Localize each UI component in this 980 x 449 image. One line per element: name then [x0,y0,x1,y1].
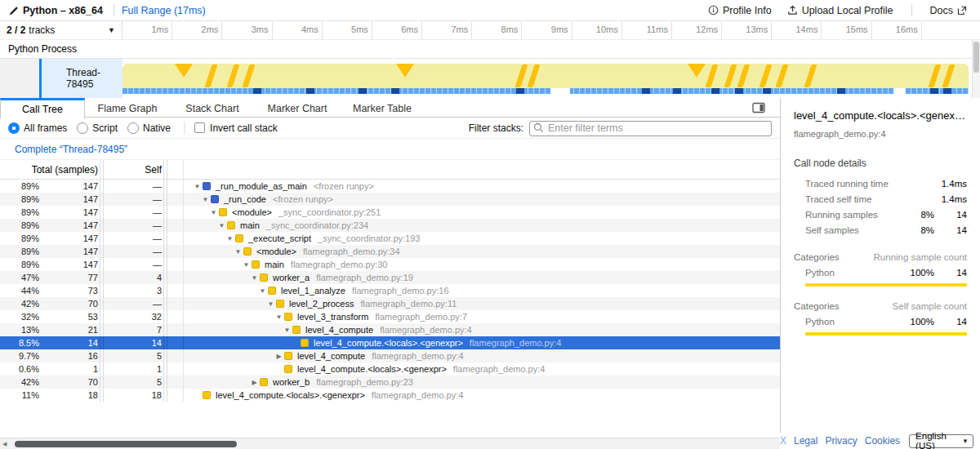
tracks-vertical-scrollbar[interactable] [972,40,980,98]
table-row[interactable]: 9.7%165▶level_4_computeflamegraph_demo.p… [0,349,780,362]
track-marker-icon [175,64,193,78]
tab-flame-graph[interactable]: Flame Graph [85,98,170,117]
column-divider[interactable] [163,160,167,179]
docs-link[interactable]: Docs [925,5,972,16]
file-reference: flamegraph_demo.py:30 [291,260,388,269]
table-row[interactable]: 32%5332▼level_3_transformflamegraph_demo… [0,310,780,323]
invert-call-stack-toggle[interactable]: Invert call stack [194,122,278,134]
sidebar-toggle-icon[interactable] [752,102,765,113]
table-row[interactable]: 89%147—▼_run_code<frozen runpy> [0,193,780,206]
language-select[interactable]: English (US) ▼ [909,434,973,448]
function-name: worker_a [273,273,310,282]
table-row[interactable]: 11%1818level_4_compute.<locals>.<genexpr… [0,389,780,402]
profile-title[interactable]: Python – x86_64 [23,5,103,16]
table-row[interactable]: 89%147—▼_execute_script_sync_coordinator… [0,232,780,245]
full-range-link[interactable]: Full Range (17ms) [122,5,206,16]
python-frame-icon [252,260,260,269]
total-percent-cell: 11% [0,390,39,400]
thread-track-row[interactable]: Thread-78495 [0,59,980,99]
expand-arrow-icon[interactable]: ▼ [216,222,227,229]
thread-activity-graph[interactable] [122,59,972,98]
time-tick-label: 10ms [572,21,622,39]
total-samples-column-header[interactable]: Total (samples) [0,164,98,176]
column-divider [100,271,104,284]
expand-arrow-icon[interactable]: ▼ [192,183,203,190]
expand-arrow-icon[interactable]: ▶ [274,353,284,360]
edit-pencil-icon[interactable] [8,5,20,16]
table-row[interactable]: 89%147—▼_run_module_as_main<frozen runpy… [0,180,780,193]
close-banner-button[interactable]: X [780,435,786,447]
table-row[interactable]: 47%774▼worker_aflamegraph_demo.py:19 [0,271,780,284]
tab-stack-chart[interactable]: Stack Chart [170,98,255,117]
time-ruler-ticks[interactable]: 1ms2ms3ms4ms5ms6ms7ms8ms9ms10ms11ms12ms1… [122,21,972,39]
table-row[interactable]: 8.5%1414level_4_compute.<locals>.<genexp… [0,336,780,349]
tree-cell: ▼level_4_computeflamegraph_demo.py:4 [184,323,780,336]
invert-call-stack-checkbox[interactable] [194,122,205,133]
expand-arrow-icon[interactable]: ▼ [265,300,276,308]
total-percent-cell: 89% [0,207,39,217]
table-row[interactable]: 42%705▶worker_bflamegraph_demo.py:23 [0,376,780,389]
timeline-tracks: Python Process Thread-78495 [0,39,980,98]
expand-arrow-icon[interactable]: ▶ [249,379,260,386]
upload-profile-button[interactable]: Upload Local Profile [782,5,898,16]
table-row[interactable]: 0.6%11level_4_compute.<locals>.<genexpr>… [0,362,780,376]
column-divider [100,206,104,219]
tab-marker-chart[interactable]: Marker Chart [255,98,340,117]
detail-label: Running samples [794,210,905,220]
scrollbar-thumb[interactable] [973,42,979,73]
footer-link-legal[interactable]: Legal [794,435,817,447]
frame-filter-radio-all-frames[interactable]: All frames [8,122,67,134]
category-name: Python [794,268,905,278]
track-marker-icon [688,64,706,78]
table-row[interactable]: 13%217▼level_4_computeflamegraph_demo.py… [0,323,780,336]
expand-arrow-icon[interactable]: ▼ [200,196,211,203]
table-row[interactable]: 89%147—▼<module>_sync_coordinator.py:251 [0,206,780,219]
tab-call-tree[interactable]: Call Tree [0,98,85,118]
total-percent-cell: 32% [0,312,39,322]
column-divider [163,323,167,336]
table-row[interactable]: 44%733▼level_1_analyzeflamegraph_demo.py… [0,284,780,297]
expand-arrow-icon[interactable]: ▼ [225,235,235,242]
tree-cell: ▼mainflamegraph_demo.py:30 [184,258,780,271]
expand-arrow-icon[interactable]: ▼ [282,327,292,334]
tab-marker-table[interactable]: Marker Table [340,98,425,117]
expand-arrow-icon[interactable]: ▼ [249,274,260,282]
radio-button[interactable] [127,122,139,134]
radio-label: All frames [24,122,67,134]
column-divider[interactable] [100,160,104,179]
table-row[interactable]: 42%70—▼level_2_processflamegraph_demo.py… [0,297,780,310]
self-cell: — [105,247,162,256]
table-row[interactable]: 89%147—▼<module>flamegraph_demo.py:34 [0,245,780,258]
radio-button[interactable] [77,122,88,134]
footer-link-cookies[interactable]: Cookies [865,435,900,447]
radio-button[interactable] [8,122,20,134]
expand-arrow-icon[interactable]: ▼ [257,287,268,295]
footer-link-privacy[interactable]: Privacy [825,435,857,447]
expand-arrow-icon[interactable]: ▼ [241,261,252,269]
breadcrumb-root-link[interactable]: Complete “Thread-78495” [15,144,127,155]
horizontal-scrollbar[interactable]: ◀ [0,438,780,449]
expand-arrow-icon[interactable]: ▼ [233,248,243,256]
function-name: _run_code [224,194,266,204]
total-percent-cell: 42% [0,299,39,309]
function-name: level_4_compute.<locals>.<genexpr> [314,338,463,348]
thread-track-label[interactable]: Thread-78495 [42,59,122,98]
tree-cell: ▼worker_aflamegraph_demo.py:19 [184,271,780,284]
tracks-dropdown-button[interactable]: 2 / 2 tracks ▼ [0,21,122,39]
scrollbar-thumb[interactable] [15,441,237,447]
expand-arrow-icon[interactable]: ▼ [208,209,219,216]
native-frame-icon [211,195,219,203]
profile-info-button[interactable]: Profile Info [703,5,777,16]
filter-stacks-input[interactable] [529,121,772,136]
frame-filter-radio-native[interactable]: Native [127,122,171,134]
expand-arrow-icon[interactable]: ▼ [274,313,284,321]
self-column-header[interactable]: Self [105,164,162,176]
scroll-left-arrow-icon[interactable]: ◀ [2,441,7,447]
frame-filter-radio-script[interactable]: Script [77,122,118,134]
table-row[interactable]: 89%147—▼mainflamegraph_demo.py:30 [0,258,780,271]
call-node-details: Traced running time1.4msTraced self time… [794,176,967,238]
total-percent-cell: 42% [0,377,39,387]
process-track-row[interactable]: Python Process [0,40,980,59]
table-row[interactable]: 89%147—▼main_sync_coordinator.py:234 [0,219,780,232]
time-tick-label: 3ms [222,21,272,39]
